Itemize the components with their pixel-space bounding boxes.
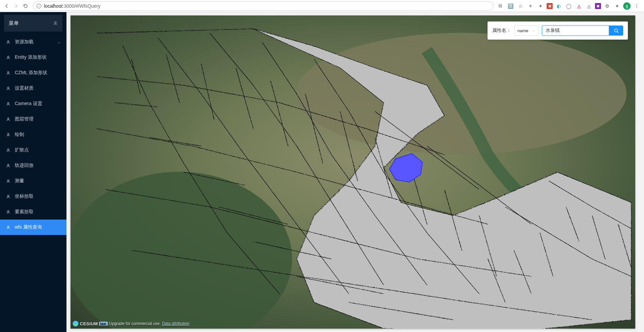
ext-icon-2[interactable]: ▣ bbox=[547, 3, 553, 9]
user-icon bbox=[6, 225, 11, 230]
map-canvas[interactable] bbox=[71, 15, 635, 329]
map-container: 属性名： name ⌄ CESIUM ion Upgrade for comme… bbox=[71, 15, 635, 329]
svg-point-1 bbox=[7, 56, 9, 57]
sidebar-item[interactable]: 坐标拾取 bbox=[0, 189, 66, 204]
sidebar-title: 菜单 bbox=[9, 20, 19, 27]
svg-point-10 bbox=[7, 195, 9, 196]
sidebar-item[interactable]: CZML 添加形状 bbox=[0, 65, 66, 81]
attribute-input[interactable] bbox=[542, 26, 609, 36]
sidebar-item[interactable]: 测量 bbox=[0, 173, 66, 189]
sidebar-item[interactable]: wfs 属性查询 bbox=[0, 220, 66, 235]
url-path: :3000/#/WfsQuery bbox=[62, 3, 100, 9]
svg-point-16 bbox=[614, 29, 617, 32]
chevron-down-icon: ⌄ bbox=[57, 40, 60, 44]
back-button[interactable] bbox=[2, 1, 11, 11]
cesium-upgrade-text: Upgrade for commercial use. bbox=[109, 321, 161, 326]
query-panel: 属性名： name ⌄ bbox=[488, 21, 628, 40]
sidebar-item-label: 要素拾取 bbox=[15, 209, 34, 215]
sidebar-item[interactable]: 设置材质 bbox=[0, 81, 66, 96]
translate-icon[interactable]: 🈳 bbox=[506, 2, 514, 10]
ext-icon-7[interactable]: ⚙ bbox=[603, 2, 611, 10]
sidebar-item[interactable]: 扩散点 bbox=[0, 142, 66, 158]
menu-icon[interactable]: ⋮ bbox=[633, 2, 641, 10]
sidebar-menu: 资源加载⌄Entity 添加形状CZML 添加形状设置材质Camera 设置图层… bbox=[0, 34, 66, 235]
sidebar-item-label: 资源加载 bbox=[15, 39, 34, 45]
sidebar-item[interactable]: Entity 添加形状 bbox=[0, 50, 66, 65]
svg-point-12 bbox=[7, 226, 9, 227]
sidebar-item-label: 绘制 bbox=[15, 132, 24, 138]
user-icon bbox=[6, 148, 11, 152]
sidebar-item-label: CZML 添加形状 bbox=[15, 70, 47, 76]
device-icon[interactable]: ⧉ bbox=[496, 2, 504, 10]
user-icon bbox=[6, 86, 11, 91]
cesium-attribution: CESIUM ion Upgrade for commercial use. D… bbox=[73, 321, 189, 327]
angular-ext-icon[interactable]: ◬ bbox=[575, 2, 583, 10]
search-icon bbox=[614, 28, 619, 33]
svg-point-5 bbox=[7, 117, 9, 119]
user-icon bbox=[6, 179, 11, 183]
forward-button[interactable] bbox=[11, 1, 21, 11]
svg-point-7 bbox=[7, 148, 9, 150]
user-icon bbox=[6, 163, 11, 168]
user-icon bbox=[6, 133, 11, 137]
user-icon bbox=[6, 194, 11, 199]
sidebar: 菜单 资源加载⌄Entity 添加形状CZML 添加形状设置材质Camera 设… bbox=[0, 12, 66, 332]
ext-icon-3[interactable]: ◐ bbox=[555, 2, 563, 10]
globe-icon bbox=[73, 321, 79, 327]
ext-icon-6[interactable]: ◼ bbox=[595, 3, 601, 9]
extensions-icon[interactable]: ✦ bbox=[613, 2, 621, 10]
profile-avatar[interactable]: g bbox=[623, 2, 631, 10]
search-button[interactable] bbox=[609, 26, 623, 36]
svg-point-4 bbox=[7, 102, 9, 103]
svg-point-11 bbox=[7, 210, 9, 211]
ext-icon-1[interactable]: ✦ bbox=[537, 2, 545, 10]
reload-button[interactable] bbox=[21, 1, 30, 11]
svg-point-9 bbox=[7, 179, 9, 181]
sidebar-item-label: Camera 设置 bbox=[15, 101, 42, 107]
browser-toolbar-right: ⧉ 🈳 ☆ ▼ ✦ ▣ ◐ ◯ ◬ ◬ ◼ ⚙ ✦ g ⋮ bbox=[496, 2, 642, 10]
sidebar-item-label: 测量 bbox=[15, 178, 24, 184]
user-icon bbox=[6, 117, 11, 122]
sidebar-item[interactable]: 要素拾取 bbox=[0, 204, 66, 220]
sidebar-item-label: 扩散点 bbox=[15, 147, 29, 153]
chevron-down-icon: ⌄ bbox=[533, 29, 536, 32]
user-icon bbox=[6, 102, 11, 106]
sidebar-header: 菜单 bbox=[4, 15, 62, 32]
sidebar-item[interactable]: 资源加载⌄ bbox=[0, 34, 66, 50]
attribute-select[interactable]: name ⌄ bbox=[514, 26, 539, 36]
user-icon bbox=[6, 40, 11, 44]
cesium-brand: CESIUM bbox=[80, 321, 98, 326]
sidebar-item[interactable]: 轨迹回放 bbox=[0, 158, 66, 173]
data-attribution-link[interactable]: Data attribution bbox=[162, 321, 189, 326]
ext-icon-4[interactable]: ◯ bbox=[565, 2, 573, 10]
sidebar-item-label: 轨迹回放 bbox=[15, 162, 34, 169]
user-icon bbox=[6, 71, 11, 75]
address-bar[interactable]: i localhost:3000/#/WfsQuery bbox=[33, 1, 494, 11]
sidebar-item-label: wfs 属性查询 bbox=[15, 224, 42, 230]
sidebar-item-label: Entity 添加形状 bbox=[15, 54, 47, 60]
url-host: localhost bbox=[44, 3, 62, 9]
attribute-select-value: name bbox=[517, 28, 528, 33]
user-icon bbox=[6, 210, 11, 214]
browser-toolbar: i localhost:3000/#/WfsQuery ⧉ 🈳 ☆ ▼ ✦ ▣ … bbox=[0, 0, 644, 12]
cesium-logo[interactable]: CESIUM ion bbox=[73, 321, 108, 327]
collapse-icon[interactable] bbox=[53, 21, 58, 26]
sidebar-item[interactable]: Camera 设置 bbox=[0, 96, 66, 111]
sidebar-item-label: 设置材质 bbox=[15, 85, 34, 91]
sidebar-item[interactable]: 绘制 bbox=[0, 127, 66, 142]
user-icon bbox=[6, 55, 11, 60]
star-icon[interactable]: ☆ bbox=[516, 2, 524, 10]
attribute-label: 属性名： bbox=[492, 28, 511, 34]
sidebar-item-label: 坐标拾取 bbox=[15, 193, 34, 199]
sidebar-item-label: 图层管理 bbox=[15, 116, 34, 122]
svg-point-2 bbox=[7, 71, 9, 73]
site-info-icon[interactable]: i bbox=[37, 4, 41, 8]
svg-point-0 bbox=[7, 40, 9, 42]
ext-icon-5[interactable]: ◬ bbox=[585, 2, 593, 10]
cesium-ion-badge: ion bbox=[99, 322, 108, 326]
svg-point-6 bbox=[7, 133, 9, 134]
vue-ext-icon[interactable]: ▼ bbox=[526, 2, 535, 10]
sidebar-item[interactable]: 图层管理 bbox=[0, 111, 66, 127]
svg-point-3 bbox=[7, 87, 9, 88]
svg-point-8 bbox=[7, 164, 9, 165]
